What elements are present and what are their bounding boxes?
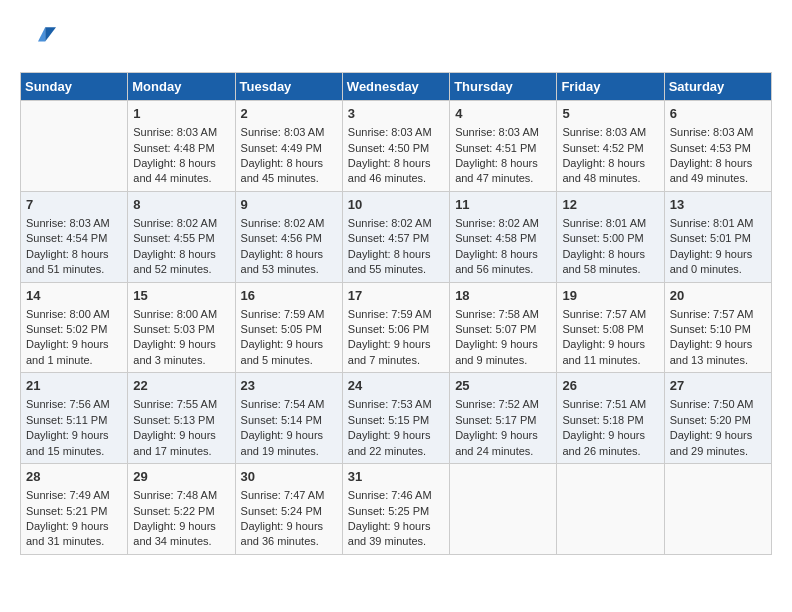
- day-info: Sunset: 5:01 PM: [670, 231, 766, 246]
- day-info: Daylight: 9 hours: [241, 428, 337, 443]
- day-info: Sunset: 4:58 PM: [455, 231, 551, 246]
- day-info: Sunset: 4:52 PM: [562, 141, 658, 156]
- calendar-cell: 26Sunrise: 7:51 AMSunset: 5:18 PMDayligh…: [557, 373, 664, 464]
- day-info: Sunrise: 8:03 AM: [241, 125, 337, 140]
- calendar-cell: 24Sunrise: 7:53 AMSunset: 5:15 PMDayligh…: [342, 373, 449, 464]
- day-info: Daylight: 8 hours: [241, 247, 337, 262]
- day-number: 13: [670, 196, 766, 214]
- calendar-cell: 17Sunrise: 7:59 AMSunset: 5:06 PMDayligh…: [342, 282, 449, 373]
- day-info: and 34 minutes.: [133, 534, 229, 549]
- calendar-cell: 22Sunrise: 7:55 AMSunset: 5:13 PMDayligh…: [128, 373, 235, 464]
- day-info: Daylight: 8 hours: [348, 247, 444, 262]
- calendar-cell: 19Sunrise: 7:57 AMSunset: 5:08 PMDayligh…: [557, 282, 664, 373]
- day-info: Daylight: 9 hours: [133, 337, 229, 352]
- day-number: 14: [26, 287, 122, 305]
- calendar-cell: 14Sunrise: 8:00 AMSunset: 5:02 PMDayligh…: [21, 282, 128, 373]
- day-number: 27: [670, 377, 766, 395]
- day-info: Daylight: 8 hours: [26, 247, 122, 262]
- day-info: Sunrise: 7:50 AM: [670, 397, 766, 412]
- day-info: Sunset: 4:57 PM: [348, 231, 444, 246]
- day-info: Daylight: 8 hours: [348, 156, 444, 171]
- day-info: and 1 minute.: [26, 353, 122, 368]
- day-info: and 31 minutes.: [26, 534, 122, 549]
- day-info: Daylight: 8 hours: [133, 247, 229, 262]
- day-info: Sunrise: 7:54 AM: [241, 397, 337, 412]
- day-info: Daylight: 8 hours: [455, 247, 551, 262]
- day-info: and 15 minutes.: [26, 444, 122, 459]
- day-number: 11: [455, 196, 551, 214]
- calendar-cell: 20Sunrise: 7:57 AMSunset: 5:10 PMDayligh…: [664, 282, 771, 373]
- day-info: Sunrise: 8:00 AM: [26, 307, 122, 322]
- day-info: and 56 minutes.: [455, 262, 551, 277]
- day-number: 23: [241, 377, 337, 395]
- logo: [20, 20, 60, 56]
- calendar-cell: 18Sunrise: 7:58 AMSunset: 5:07 PMDayligh…: [450, 282, 557, 373]
- day-number: 21: [26, 377, 122, 395]
- day-info: Sunrise: 7:57 AM: [562, 307, 658, 322]
- day-info: Daylight: 9 hours: [670, 247, 766, 262]
- day-info: and 26 minutes.: [562, 444, 658, 459]
- day-info: Sunset: 5:25 PM: [348, 504, 444, 519]
- day-info: Sunrise: 8:02 AM: [348, 216, 444, 231]
- calendar-cell: 25Sunrise: 7:52 AMSunset: 5:17 PMDayligh…: [450, 373, 557, 464]
- day-info: Sunrise: 7:47 AM: [241, 488, 337, 503]
- week-row-4: 21Sunrise: 7:56 AMSunset: 5:11 PMDayligh…: [21, 373, 772, 464]
- day-number: 10: [348, 196, 444, 214]
- day-info: and 44 minutes.: [133, 171, 229, 186]
- day-number: 1: [133, 105, 229, 123]
- day-info: Daylight: 9 hours: [455, 337, 551, 352]
- day-info: Daylight: 9 hours: [133, 519, 229, 534]
- day-number: 5: [562, 105, 658, 123]
- day-info: Sunrise: 7:57 AM: [670, 307, 766, 322]
- day-info: Sunrise: 8:01 AM: [562, 216, 658, 231]
- day-info: and 58 minutes.: [562, 262, 658, 277]
- day-info: Sunset: 5:18 PM: [562, 413, 658, 428]
- day-number: 6: [670, 105, 766, 123]
- col-header-friday: Friday: [557, 73, 664, 101]
- day-info: Sunrise: 7:59 AM: [241, 307, 337, 322]
- day-info: Sunset: 5:08 PM: [562, 322, 658, 337]
- col-header-wednesday: Wednesday: [342, 73, 449, 101]
- day-info: Sunset: 5:15 PM: [348, 413, 444, 428]
- calendar-cell: 12Sunrise: 8:01 AMSunset: 5:00 PMDayligh…: [557, 191, 664, 282]
- col-header-monday: Monday: [128, 73, 235, 101]
- day-info: and 49 minutes.: [670, 171, 766, 186]
- calendar-cell: 2Sunrise: 8:03 AMSunset: 4:49 PMDaylight…: [235, 101, 342, 192]
- calendar-cell: 10Sunrise: 8:02 AMSunset: 4:57 PMDayligh…: [342, 191, 449, 282]
- day-info: Daylight: 9 hours: [562, 337, 658, 352]
- col-header-tuesday: Tuesday: [235, 73, 342, 101]
- day-info: Daylight: 9 hours: [348, 337, 444, 352]
- day-number: 22: [133, 377, 229, 395]
- day-info: and 3 minutes.: [133, 353, 229, 368]
- calendar-cell: 9Sunrise: 8:02 AMSunset: 4:56 PMDaylight…: [235, 191, 342, 282]
- day-info: and 0 minutes.: [670, 262, 766, 277]
- day-info: Daylight: 9 hours: [348, 428, 444, 443]
- day-number: 31: [348, 468, 444, 486]
- calendar-cell: 28Sunrise: 7:49 AMSunset: 5:21 PMDayligh…: [21, 464, 128, 555]
- day-info: and 47 minutes.: [455, 171, 551, 186]
- day-info: Sunrise: 7:59 AM: [348, 307, 444, 322]
- day-number: 20: [670, 287, 766, 305]
- day-info: Daylight: 9 hours: [348, 519, 444, 534]
- day-info: and 13 minutes.: [670, 353, 766, 368]
- day-info: Sunset: 5:14 PM: [241, 413, 337, 428]
- day-info: Sunrise: 7:53 AM: [348, 397, 444, 412]
- day-info: Sunset: 5:02 PM: [26, 322, 122, 337]
- day-info: Daylight: 8 hours: [670, 156, 766, 171]
- day-number: 7: [26, 196, 122, 214]
- day-info: Sunset: 4:49 PM: [241, 141, 337, 156]
- day-info: Sunrise: 8:03 AM: [455, 125, 551, 140]
- day-info: Sunrise: 8:01 AM: [670, 216, 766, 231]
- day-info: Sunrise: 8:02 AM: [455, 216, 551, 231]
- svg-marker-1: [38, 27, 45, 41]
- day-info: Sunrise: 8:02 AM: [241, 216, 337, 231]
- day-info: Sunrise: 7:52 AM: [455, 397, 551, 412]
- day-info: Sunset: 4:48 PM: [133, 141, 229, 156]
- day-info: Sunset: 5:24 PM: [241, 504, 337, 519]
- day-number: 15: [133, 287, 229, 305]
- day-info: Sunset: 5:22 PM: [133, 504, 229, 519]
- week-row-3: 14Sunrise: 8:00 AMSunset: 5:02 PMDayligh…: [21, 282, 772, 373]
- calendar-cell: 16Sunrise: 7:59 AMSunset: 5:05 PMDayligh…: [235, 282, 342, 373]
- day-info: Sunrise: 8:03 AM: [348, 125, 444, 140]
- day-info: and 24 minutes.: [455, 444, 551, 459]
